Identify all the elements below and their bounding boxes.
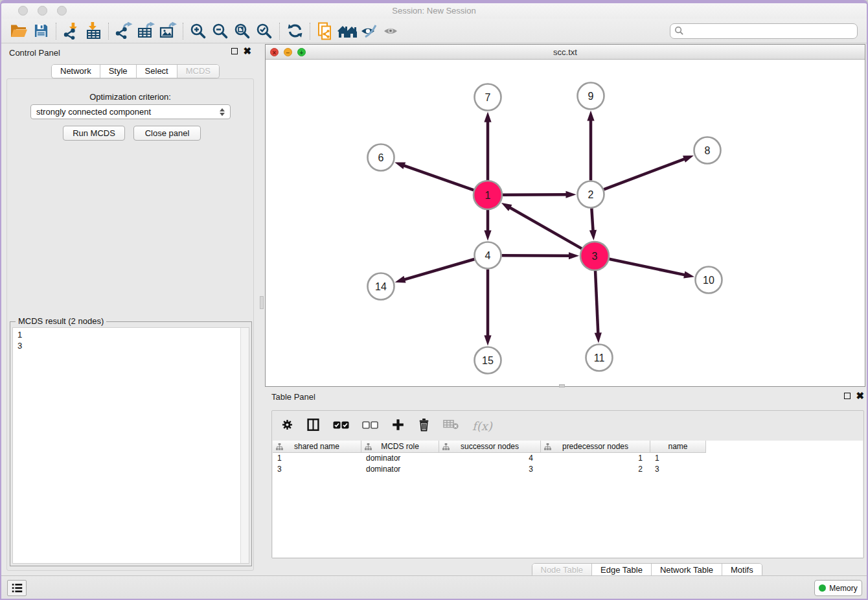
zoom-selected-icon[interactable] [253, 21, 275, 41]
delete-row-icon[interactable] [418, 418, 430, 434]
export-table-icon[interactable] [135, 21, 157, 41]
arrowhead-4-14 [395, 276, 406, 283]
zoom-fit-icon[interactable] [231, 21, 253, 41]
columns-icon[interactable] [306, 418, 320, 434]
node-label-4: 4 [485, 250, 491, 261]
cell-predecessor-nodes[interactable]: 2 [541, 464, 650, 475]
tab-edge-table[interactable]: Edge Table [592, 564, 652, 577]
edge-4-14[interactable] [402, 259, 474, 281]
cell-successor-nodes[interactable]: 4 [439, 453, 541, 464]
table-body: 1dominator4113dominator323 [273, 453, 863, 475]
cell-MCDS-role[interactable]: dominator [361, 464, 439, 475]
import-table-icon[interactable] [82, 21, 104, 41]
zoom-out-icon[interactable] [209, 21, 231, 41]
control-panel-title: Control Panel [9, 48, 60, 58]
zoom-in-icon[interactable] [187, 21, 209, 41]
task-list-button[interactable] [7, 580, 27, 596]
delete-table-icon [443, 419, 459, 433]
column-header-successor-nodes[interactable]: successor nodes [439, 441, 541, 453]
arrowhead-1-2 [565, 191, 576, 198]
export-image-icon[interactable] [157, 21, 179, 41]
table-row[interactable]: 3dominator323 [273, 464, 863, 475]
node-label-15: 15 [482, 355, 494, 366]
node-label-3: 3 [592, 251, 598, 262]
result-scrollbar[interactable] [240, 328, 249, 563]
save-session-icon[interactable] [30, 21, 52, 41]
mcds-result-list[interactable]: 13 [12, 327, 249, 564]
arrowhead-4-15 [484, 336, 491, 346]
criterion-value: strongly connected component [36, 107, 220, 117]
arrowhead-2-3 [589, 230, 597, 240]
home-icon[interactable] [336, 21, 358, 41]
search-box[interactable] [670, 23, 858, 39]
close-panel-button[interactable]: Close panel [133, 126, 201, 141]
criterion-select[interactable]: strongly connected component [30, 104, 231, 119]
import-network-icon[interactable] [60, 21, 82, 41]
close-panel-icon[interactable]: ✖ [243, 47, 251, 55]
cell-name[interactable]: 3 [650, 464, 706, 475]
arrowhead-1-7 [484, 112, 491, 122]
cell-name[interactable]: 1 [650, 453, 706, 464]
tab-node-table[interactable]: Node Table [532, 564, 593, 577]
tab-motifs[interactable]: Motifs [722, 564, 762, 577]
close-table-panel-icon[interactable]: ✖ [856, 392, 864, 400]
mcds-result-group: MCDS result (2 nodes) 13 [10, 321, 252, 566]
node-label-10: 10 [703, 275, 714, 286]
vertical-splitter-grip[interactable] [260, 296, 264, 309]
column-header-name[interactable]: name [650, 441, 706, 453]
table-panel-title: Table Panel [271, 392, 315, 402]
edge-2-8[interactable] [604, 158, 687, 190]
column-header-MCDS-role[interactable]: MCDS role [361, 441, 439, 453]
horizontal-splitter-grip[interactable] [559, 384, 565, 387]
cell-successor-nodes[interactable]: 3 [439, 464, 541, 475]
arrowhead-2-8 [683, 156, 694, 163]
tab-network-table[interactable]: Network Table [652, 564, 722, 577]
edge-3-10[interactable] [610, 259, 688, 275]
control-panel-tabs: NetworkStyleSelectMCDS [51, 64, 220, 78]
column-header-shared-name[interactable]: shared name [273, 441, 361, 453]
network-view-window: × − + scc.txt 1234678910111415 [265, 44, 865, 387]
tab-style[interactable]: Style [100, 65, 137, 78]
hide-selected-icon[interactable] [358, 21, 380, 41]
float-panel-icon[interactable] [231, 48, 238, 54]
deselect-all-icon[interactable] [362, 420, 378, 432]
cell-shared-name[interactable]: 3 [273, 464, 361, 475]
select-all-icon[interactable] [333, 420, 349, 432]
tab-mcds[interactable]: MCDS [177, 65, 219, 78]
mcds-result-title: MCDS result (2 nodes) [16, 316, 106, 326]
hierarchy-column-icon [544, 443, 551, 450]
edge-3-11[interactable] [595, 271, 598, 336]
run-mcds-button[interactable]: Run MCDS [63, 126, 125, 141]
float-table-panel-icon[interactable] [844, 393, 851, 399]
application-window: Session: New Session [0, 0, 868, 600]
function-builder-icon: f(x) [472, 419, 492, 433]
cell-MCDS-role[interactable]: dominator [361, 453, 439, 464]
network-canvas[interactable]: 1234678910111415 [266, 60, 865, 386]
edge-1-6[interactable] [402, 165, 474, 190]
table-panel: Table Panel ✖ [265, 389, 868, 580]
edge-1-2[interactable] [503, 194, 569, 195]
arrowhead-2-9 [587, 111, 594, 121]
node-table[interactable]: shared nameMCDS rolesuccessor nodesprede… [273, 441, 863, 557]
column-header-predecessor-nodes[interactable]: predecessor nodes [541, 441, 650, 453]
search-input[interactable] [684, 27, 853, 36]
table-row[interactable]: 1dominator411 [273, 453, 863, 464]
refresh-icon[interactable] [284, 21, 306, 41]
settings-gear-icon[interactable] [281, 419, 293, 433]
show-all-icon[interactable] [380, 21, 402, 41]
tab-select[interactable]: Select [137, 65, 177, 78]
add-row-icon[interactable] [391, 418, 405, 434]
edge-4-3[interactable] [501, 255, 572, 256]
network-window-titlebar[interactable]: × − + scc.txt [266, 45, 865, 60]
export-network-icon[interactable] [113, 21, 135, 41]
node-label-14: 14 [375, 281, 387, 292]
edge-3-1[interactable] [507, 206, 582, 248]
memory-button[interactable]: Memory [814, 580, 862, 596]
open-session-icon[interactable] [8, 21, 30, 41]
cell-shared-name[interactable]: 1 [273, 453, 361, 464]
edge-2-3[interactable] [591, 208, 593, 233]
tab-network[interactable]: Network [52, 65, 100, 78]
main-titlebar: Session: New Session [1, 3, 867, 19]
duplicate-network-icon[interactable] [314, 21, 336, 41]
cell-predecessor-nodes[interactable]: 1 [541, 453, 650, 464]
